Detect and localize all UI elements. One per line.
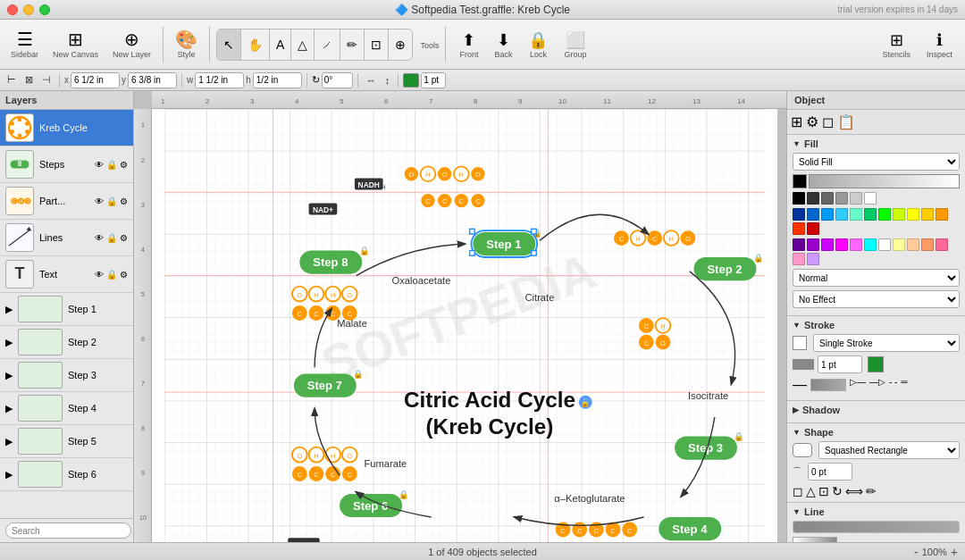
new-canvas-button[interactable]: ⊞ New Canvas — [47, 29, 104, 61]
swatch-p2[interactable] — [807, 238, 819, 251]
flip-h[interactable]: ↔ — [363, 74, 380, 87]
swatch-9[interactable] — [907, 208, 919, 221]
eye-icon-lines[interactable]: 👁 — [95, 233, 104, 243]
swatch-p4[interactable] — [835, 238, 848, 251]
front-button[interactable]: ⬆ Front — [452, 27, 485, 63]
fill-color-swatch[interactable] — [793, 174, 807, 188]
fill-type-select[interactable]: Solid Fill — [793, 153, 960, 171]
fill-header[interactable]: ▼ Fill — [793, 138, 960, 149]
swatch-gray[interactable] — [821, 192, 834, 205]
panel-icon-gear[interactable]: ⚙ — [806, 113, 818, 130]
lock-icon-text[interactable]: 🔒 — [106, 270, 117, 280]
line-header[interactable]: ▼ Line — [793, 506, 960, 517]
blend-mode-select[interactable]: Normal — [793, 269, 960, 287]
align-right[interactable]: ⊣ — [38, 73, 55, 87]
inspect-button[interactable]: ℹ Inspect — [919, 27, 960, 63]
layer-item-part[interactable]: C H O Part... 👁 🔒 ⚙ — [0, 183, 133, 220]
swatch-5[interactable] — [850, 208, 862, 221]
width-input[interactable] — [195, 72, 244, 88]
lock-icon-part[interactable]: 🔒 — [106, 196, 117, 206]
close-button[interactable] — [7, 4, 18, 15]
y-input[interactable] — [128, 72, 177, 88]
shape-tool[interactable]: △ — [291, 29, 315, 60]
hand-tool[interactable]: ✋ — [241, 29, 270, 60]
stroke-double[interactable]: ═ — [901, 377, 907, 393]
back-button[interactable]: ⬇ Back — [487, 27, 519, 63]
stroke-start-cap[interactable]: ▷— — [850, 377, 866, 393]
sidebar-search[interactable] — [5, 522, 131, 539]
stroke-type-select[interactable]: Single Stroke — [813, 334, 960, 352]
effect-select[interactable]: No Effect — [793, 290, 960, 308]
pen-tool[interactable]: ✏ — [340, 29, 365, 60]
settings-icon-text[interactable]: ⚙ — [120, 270, 128, 280]
step-expand-2[interactable]: ▶ Step 2 — [0, 326, 133, 359]
step-expand-1[interactable]: ▶ Step 1 — [0, 293, 133, 326]
layer-item-steps[interactable]: 8 Steps 👁 🔒 ⚙ — [0, 146, 133, 183]
swatch-p3[interactable] — [821, 238, 834, 251]
stroke-color-swatch[interactable] — [868, 356, 884, 372]
swatch-12[interactable] — [793, 222, 805, 235]
step-expand-4[interactable]: ▶ Step 4 — [0, 392, 133, 425]
swatch-6[interactable] — [864, 208, 877, 221]
shadow-header[interactable]: ▶ Shadow — [793, 405, 960, 415]
shape-edit-tool[interactable]: ✏ — [866, 484, 877, 498]
shape-rotate-tool[interactable]: ↻ — [832, 484, 843, 498]
stroke-header[interactable]: ▼ Stroke — [793, 320, 960, 330]
stroke-opacity-bar[interactable] — [810, 379, 846, 391]
swatch-p11[interactable] — [936, 238, 948, 251]
eye-icon-text[interactable]: 👁 — [95, 270, 104, 280]
swatch-lightgray[interactable] — [850, 192, 862, 205]
swatch-p6[interactable] — [864, 238, 877, 251]
text-tool[interactable]: A — [270, 29, 291, 60]
shape-header[interactable]: ▼ Shape — [793, 427, 960, 438]
swatch-10[interactable] — [921, 208, 934, 221]
stroke-width-field[interactable] — [818, 355, 862, 373]
settings-icon-part[interactable]: ⚙ — [120, 196, 128, 206]
shape-wedge-tool[interactable]: △ — [806, 484, 816, 498]
layer-item-kreb-cycle[interactable]: Kreb Cycle — [0, 110, 133, 146]
lock-icon-lines[interactable]: 🔒 — [106, 233, 117, 243]
sidebar-toggle[interactable]: ☰ Sidebar — [5, 29, 44, 61]
fill-opacity-slider[interactable] — [809, 174, 960, 188]
swatch-p13[interactable] — [807, 253, 819, 265]
corner-input[interactable] — [808, 463, 852, 481]
stencils-button[interactable]: ⊞ Stencils — [875, 27, 918, 63]
panel-icon-grid[interactable]: ⊞ — [791, 113, 802, 130]
lock-button[interactable]: 🔒 Lock — [521, 27, 555, 63]
zoom-tool[interactable]: ⊕ — [389, 29, 412, 60]
swatch-p7[interactable] — [878, 238, 891, 251]
new-layer-button[interactable]: ⊕ New Layer — [107, 29, 156, 61]
maximize-button[interactable] — [39, 4, 50, 15]
step-expand-6[interactable]: ▶ Step 6 — [0, 458, 133, 491]
line-type-bar[interactable] — [793, 521, 960, 533]
swatch-4[interactable] — [835, 208, 848, 221]
group-button[interactable]: ⬜ Group — [557, 27, 593, 63]
flip-v[interactable]: ↕ — [382, 74, 394, 87]
zoom-out-btn[interactable]: - — [914, 545, 919, 559]
stroke-end-cap[interactable]: —▷ — [869, 377, 885, 393]
eye-icon-part[interactable]: 👁 — [95, 196, 104, 206]
eye-icon-steps[interactable]: 👁 — [95, 160, 104, 170]
settings-icon-lines[interactable]: ⚙ — [120, 233, 128, 243]
step-expand-3[interactable]: ▶ Step 3 — [0, 359, 133, 392]
swatch-p10[interactable] — [921, 238, 934, 251]
swatch-1[interactable] — [793, 208, 805, 221]
stroke-dash-style[interactable]: - - — [889, 377, 897, 393]
stroke-color-preview[interactable] — [793, 336, 807, 350]
panel-icon-note[interactable]: 📋 — [837, 113, 855, 130]
stroke-width-input[interactable] — [421, 72, 446, 88]
layer-item-text[interactable]: T Text 👁 🔒 ⚙ — [0, 256, 133, 293]
height-input[interactable] — [253, 72, 302, 88]
lock-icon-steps[interactable]: 🔒 — [106, 160, 117, 170]
swatch-black[interactable] — [793, 192, 805, 205]
settings-icon-steps[interactable]: ⚙ — [120, 160, 128, 170]
shape-resize-tool[interactable]: ⊡ — [818, 484, 829, 498]
swatch-7[interactable] — [878, 208, 891, 221]
step-expand-5[interactable]: ▶ Step 5 — [0, 425, 133, 458]
minimize-button[interactable] — [23, 4, 34, 15]
panel-icon-box[interactable]: ◻ — [822, 113, 834, 130]
swatch-2[interactable] — [807, 208, 819, 221]
shape-arc-tool[interactable]: ◻ — [793, 484, 803, 498]
shape-type-select[interactable]: Squashed Rectangle — [818, 441, 960, 459]
shape-mirror-tool[interactable]: ⟺ — [845, 484, 863, 498]
